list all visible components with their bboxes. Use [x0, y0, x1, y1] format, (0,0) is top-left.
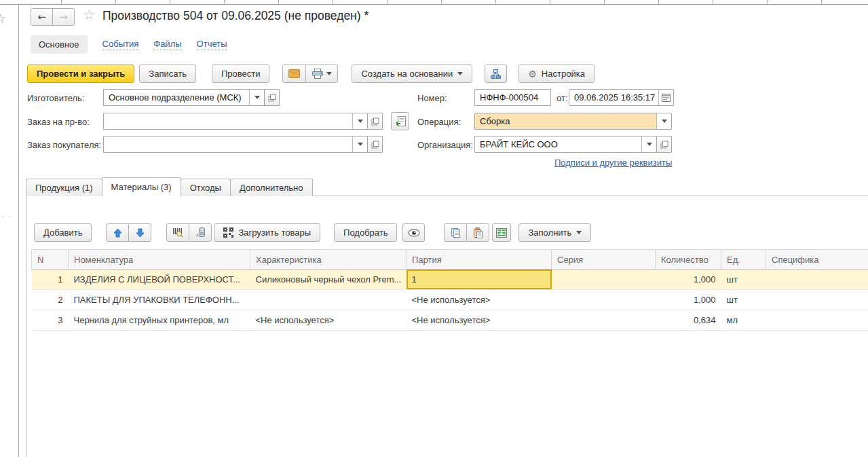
nav-item-reports[interactable]: Отчеты — [197, 39, 227, 50]
col-n: N — [32, 250, 69, 270]
cell-series[interactable] — [552, 290, 656, 310]
manufacturer-field[interactable]: Основное подразделение (МСК) — [103, 89, 265, 106]
cell-n[interactable]: 3 — [32, 310, 69, 331]
pick-button[interactable]: Подобрать — [334, 223, 397, 242]
customer-order-dropdown[interactable] — [352, 136, 367, 152]
barcode-search-button[interactable] — [166, 223, 189, 242]
fill-table-button[interactable] — [492, 223, 511, 242]
save-button[interactable]: Записать — [139, 65, 196, 83]
cell-batch-selected[interactable]: 1 — [407, 270, 552, 290]
cell-nomenclature[interactable]: ИЗДЕЛИЯ С ЛИЦЕВОЙ ПОВЕРХНОСТ... — [69, 270, 250, 290]
tab-waste[interactable]: Отходы — [181, 179, 231, 196]
post-button[interactable]: Провести — [212, 65, 270, 83]
operation-field[interactable]: Сборка — [474, 113, 672, 130]
production-order-value — [104, 113, 352, 129]
customer-order-field[interactable] — [103, 136, 368, 153]
tab-materials[interactable]: Материалы (3) — [102, 177, 181, 196]
related-documents-button[interactable] — [485, 65, 507, 83]
post-and-close-button[interactable]: Провести и закрыть — [27, 65, 134, 83]
cell-characteristic[interactable]: <Не используется> — [250, 310, 407, 331]
command-bar: Провести и закрыть Записать Провести Соз… — [27, 65, 595, 83]
manufacturer-dropdown[interactable] — [249, 90, 264, 105]
cell-specification[interactable] — [766, 310, 868, 331]
create-based-on-button[interactable]: Создать на основании — [352, 65, 472, 83]
manufacturer-open-button[interactable] — [264, 89, 280, 106]
add-row-button[interactable]: Добавить — [34, 223, 92, 242]
table-row[interactable]: 2 ПАКЕТЫ ДЛЯ УПАКОВКИ ТЕЛЕФОНН... <Не ис… — [32, 290, 868, 310]
nav-item-files[interactable]: Файлы — [153, 39, 181, 50]
production-order-open-button[interactable] — [367, 113, 383, 130]
fill-menu-button[interactable]: Заполнить — [518, 223, 591, 242]
tab-products[interactable]: Продукция (1) — [26, 179, 102, 196]
cell-batch[interactable]: <Не используется> — [407, 290, 552, 310]
cell-characteristic[interactable]: Силиконовый черный чехол Prem... — [250, 270, 407, 290]
cell-quantity[interactable]: 0,634 — [656, 310, 721, 331]
forward-button[interactable]: → — [52, 8, 75, 26]
organization-dropdown[interactable] — [641, 136, 656, 152]
gear-icon: ⚙ — [528, 69, 537, 79]
view-mode-button[interactable] — [402, 223, 425, 242]
date-label: от: — [556, 93, 568, 103]
production-order-label: Заказ на пр-во: — [27, 117, 90, 127]
nav-item-main[interactable]: Основное — [31, 35, 88, 54]
date-picker-button[interactable] — [658, 90, 673, 105]
organization-field[interactable]: БРАЙТ КЕЙС ООО — [474, 136, 657, 153]
open-icon — [660, 141, 668, 149]
date-field[interactable]: 09.06.2025 16:35:17 — [569, 89, 674, 106]
terminal-device-icon — [195, 227, 206, 238]
cell-series[interactable] — [552, 310, 656, 331]
fill-from-order-button[interactable] — [391, 112, 409, 130]
print-button[interactable] — [305, 65, 338, 83]
cell-specification[interactable] — [766, 290, 868, 310]
cell-characteristic[interactable] — [250, 290, 407, 310]
production-order-dropdown[interactable] — [352, 113, 367, 129]
move-row-up-button[interactable] — [106, 223, 129, 242]
table-row[interactable]: 1 ИЗДЕЛИЯ С ЛИЦЕВОЙ ПОВЕРХНОСТ... Силико… — [32, 270, 868, 290]
calendar-icon — [662, 93, 671, 102]
number-field[interactable]: НФНФ-000504 — [474, 89, 551, 106]
manufacturer-value: Основное подразделение (МСК) — [104, 90, 249, 105]
customer-order-open-button[interactable] — [367, 136, 383, 153]
table-header-row: N Номенклатура Характеристика Партия Сер… — [32, 250, 868, 270]
favorite-star-icon[interactable]: ☆ — [83, 7, 96, 23]
cell-quantity[interactable]: 1,000 — [656, 270, 721, 290]
operation-label: Операция: — [417, 117, 461, 127]
production-order-field[interactable] — [103, 113, 368, 130]
nav-item-events[interactable]: События — [102, 39, 139, 50]
manufacturer-label: Изготовитель: — [27, 93, 85, 103]
cell-unit[interactable]: мл — [721, 310, 766, 331]
dropdown-caret-icon — [662, 120, 667, 123]
rail-marks: · · — [1, 213, 12, 221]
cell-n[interactable]: 1 — [32, 270, 69, 290]
cell-unit[interactable]: шт — [721, 290, 766, 310]
col-series: Серия — [552, 250, 656, 270]
col-specification: Специфика — [766, 250, 868, 270]
cell-nomenclature[interactable]: Чернила для струйных принтеров, мл — [69, 310, 250, 331]
back-button[interactable]: ← — [31, 8, 53, 26]
paste-rows-button[interactable] — [466, 223, 489, 242]
cell-batch[interactable]: <Не используется> — [407, 310, 552, 331]
signatures-link[interactable]: Подписи и другие реквизиты — [554, 158, 672, 168]
data-terminal-button[interactable] — [189, 223, 212, 242]
cell-nomenclature[interactable]: ПАКЕТЫ ДЛЯ УПАКОВКИ ТЕЛЕФОНН... — [69, 290, 250, 310]
forward-arrow-icon: → — [59, 11, 68, 23]
cell-quantity[interactable]: 1,000 — [656, 290, 721, 310]
settings-button[interactable]: ⚙ Настройка — [518, 65, 595, 83]
copy-rows-button[interactable] — [444, 223, 467, 242]
cell-n[interactable]: 2 — [32, 290, 69, 310]
envelope-icon — [288, 69, 300, 78]
dropdown-caret-icon — [254, 96, 260, 99]
printer-icon — [312, 69, 324, 79]
table-row[interactable]: 3 Чернила для струйных принтеров, мл <Не… — [32, 310, 868, 331]
cell-specification[interactable] — [766, 270, 868, 290]
load-goods-button[interactable]: Загрузить товары — [214, 223, 320, 242]
history-nav-group: ← → — [31, 8, 75, 26]
operation-dropdown[interactable] — [656, 113, 671, 129]
send-email-button[interactable] — [282, 65, 306, 83]
move-row-down-button[interactable] — [128, 223, 151, 242]
organization-open-button[interactable] — [656, 136, 672, 153]
tab-additional[interactable]: Дополнительно — [230, 179, 313, 196]
cell-series[interactable] — [552, 270, 656, 290]
cell-unit[interactable]: шт — [721, 270, 766, 290]
create-based-on-label: Создать на основании — [361, 69, 453, 79]
